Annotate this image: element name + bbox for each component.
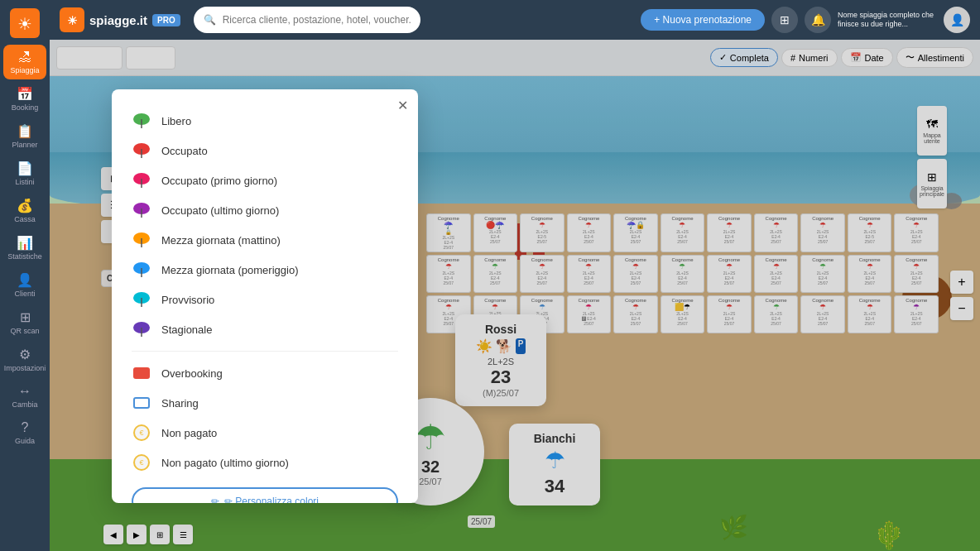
svg-text:☀: ☀	[67, 14, 78, 27]
app-logo: ☀	[8, 7, 41, 40]
search-icon: 🔍	[204, 14, 216, 26]
sidebar-item-impostazioni[interactable]: ⚙ Impostazioni	[3, 342, 46, 377]
svg-text:☀: ☀	[17, 15, 32, 33]
sidebar-item-label: Listini	[15, 178, 34, 186]
spiaggia-icon: 🏖	[18, 50, 31, 65]
legend-item-occupato-primo: Occupato (primo giorno)	[132, 165, 398, 195]
legend-label-mezza-mattino: Mezza giornata (mattino)	[161, 234, 281, 247]
app-name: spiagge.it	[89, 13, 147, 27]
customize-colors-label: ✏ Personalizza colori	[224, 496, 319, 503]
sidebar-item-guida[interactable]: ? Guida	[3, 415, 46, 450]
legend-label-libero: Libero	[161, 115, 191, 127]
topbar: ☀ spiagge.it PRO 🔍 + Nuova prenotazione …	[50, 0, 980, 40]
legend-label-occupato: Occupato	[161, 145, 208, 157]
legend-label-mezza-pomeriggio: Mezza giornata (pomeriggio)	[161, 264, 298, 276]
legend-item-sharing: Sharing	[132, 388, 398, 418]
pro-badge: PRO	[152, 14, 180, 26]
legend-nonpagato-icon: €	[132, 423, 151, 443]
legend-item-provvisorio: Provvisorio	[132, 285, 398, 314]
sidebar-item-label: Planner	[12, 141, 37, 149]
customize-colors-icon: ✏	[211, 496, 219, 503]
legend-item-non-pagato-ultimo: € Non pagato (ultimo giorno)	[132, 448, 398, 477]
listini-icon: 📄	[17, 161, 33, 176]
clienti-icon: 👤	[17, 272, 33, 288]
legend-modal-overlay: ✕ Libero Occupato	[50, 40, 980, 551]
legend-item-mezza-pomeriggio: Mezza giornata (pomeriggio)	[132, 255, 398, 285]
legend-umbrella-primo	[132, 170, 151, 190]
sidebar-item-spiaggia[interactable]: 🏖 Spiaggia	[3, 45, 46, 79]
grid-icon-button[interactable]: ⊞	[771, 7, 798, 33]
planner-icon: 📋	[17, 123, 33, 139]
sidebar-item-statistiche[interactable]: 📊 Statistiche	[3, 230, 46, 266]
cambia-icon: ↔	[18, 384, 31, 399]
legend-item-stagionale: Stagionale	[132, 314, 398, 344]
customize-colors-button[interactable]: ✏ ✏ Personalizza colori	[132, 487, 398, 503]
logo-icon: ☀	[60, 7, 84, 32]
guida-icon: ?	[22, 420, 29, 435]
sidebar-item-qrscan[interactable]: ⊞ QR scan	[3, 304, 46, 340]
new-booking-button[interactable]: + Nuova prenotazione	[641, 9, 765, 31]
legend-umbrella-mattino	[132, 230, 151, 250]
legend-item-non-pagato: € Non pagato	[132, 418, 398, 448]
sidebar-item-clienti[interactable]: 👤 Clienti	[3, 267, 46, 303]
legend-divider	[132, 351, 398, 352]
legend-label-occupato-ultimo: Occupato (ultimo giorno)	[161, 204, 279, 217]
legend-umbrella-ultimo	[132, 200, 151, 220]
sidebar-item-label: Clienti	[14, 290, 35, 298]
search-input[interactable]	[223, 14, 411, 26]
legend-item-libero: Libero	[132, 106, 398, 136]
legend-label-sharing: Sharing	[161, 397, 199, 410]
legend-label-provvisorio: Provvisorio	[161, 294, 214, 306]
sidebar-item-cambia[interactable]: ↔ Cambia	[3, 379, 46, 414]
legend-umbrella-occupato	[132, 141, 151, 161]
qrscan-icon: ⊞	[20, 309, 31, 325]
sidebar-item-listini[interactable]: 📄 Listini	[3, 156, 46, 191]
main-content: ☀ spiagge.it PRO 🔍 + Nuova prenotazione …	[50, 0, 980, 551]
impostazioni-icon: ⚙	[19, 347, 31, 362]
topbar-user: Nome spiaggia completo che finisce su du…	[838, 11, 937, 29]
sidebar-item-planner[interactable]: 📋 Planner	[3, 118, 46, 154]
legend-umbrella-stagionale	[132, 319, 151, 339]
sidebar-item-label: Statistiche	[7, 252, 42, 261]
legend-item-occupato-ultimo: Occupato (ultimo giorno)	[132, 195, 398, 225]
legend-overbooking-icon	[132, 363, 151, 383]
modal-close-button[interactable]: ✕	[397, 99, 408, 113]
sidebar-item-cassa[interactable]: 💰 Cassa	[3, 193, 46, 228]
legend-umbrella-pomeriggio	[132, 260, 151, 280]
legend-label-overbooking: Overbooking	[161, 367, 223, 380]
user-name-text: Nome spiaggia completo che finisce su du…	[838, 11, 937, 29]
sidebar-item-label: Cassa	[14, 215, 36, 223]
legend-sharing-icon	[132, 393, 151, 413]
statistiche-icon: 📊	[17, 235, 33, 251]
legend-item-occupato: Occupato	[132, 136, 398, 165]
avatar[interactable]: 👤	[944, 7, 970, 33]
legend-umbrella-provvisorio	[132, 290, 151, 309]
sidebar-item-booking[interactable]: 📅 Booking	[3, 81, 46, 117]
legend-label-non-pagato-ultimo: Non pagato (ultimo giorno)	[161, 457, 289, 469]
legend-umbrella-libero	[132, 111, 151, 131]
legend-item-mezza-mattino: Mezza giornata (mattino)	[132, 225, 398, 255]
sidebar-item-label: Booking	[12, 103, 39, 112]
booking-icon: 📅	[17, 86, 33, 102]
legend-label-stagionale: Stagionale	[161, 323, 212, 336]
topbar-logo: ☀ spiagge.it PRO	[60, 7, 180, 32]
sidebar-item-label: Impostazioni	[4, 364, 46, 372]
legend-label-occupato-primo: Occupato (primo giorno)	[161, 175, 277, 187]
topbar-icons: ⊞ 🔔 Nome spiaggia completo che finisce s…	[771, 7, 970, 33]
notification-icon-button[interactable]: 🔔	[805, 7, 831, 33]
legend-item-overbooking: Overbooking	[132, 358, 398, 388]
sidebar-item-label: Guida	[15, 437, 35, 445]
sidebar-item-label: Cambia	[12, 400, 37, 409]
legend-label-non-pagato: Non pagato	[161, 427, 217, 439]
sidebar-item-label: Spiaggia	[10, 66, 39, 74]
new-booking-label: + Nuova prenotazione	[654, 14, 752, 26]
cassa-icon: 💰	[17, 198, 33, 213]
sidebar: ☀ 🏖 Spiaggia 📅 Booking 📋 Planner 📄 Listi…	[0, 0, 50, 551]
search-bar[interactable]: 🔍	[194, 7, 420, 33]
legend-modal: ✕ Libero Occupato	[112, 89, 418, 503]
legend-nonpagato-ultimo-icon: €	[132, 453, 151, 472]
beach-area: 🌿 🌵 Cognome ☂️ 🔒 2L+2S E2-4 25/07 Cognom…	[50, 40, 980, 551]
sidebar-item-label: QR scan	[10, 327, 39, 335]
